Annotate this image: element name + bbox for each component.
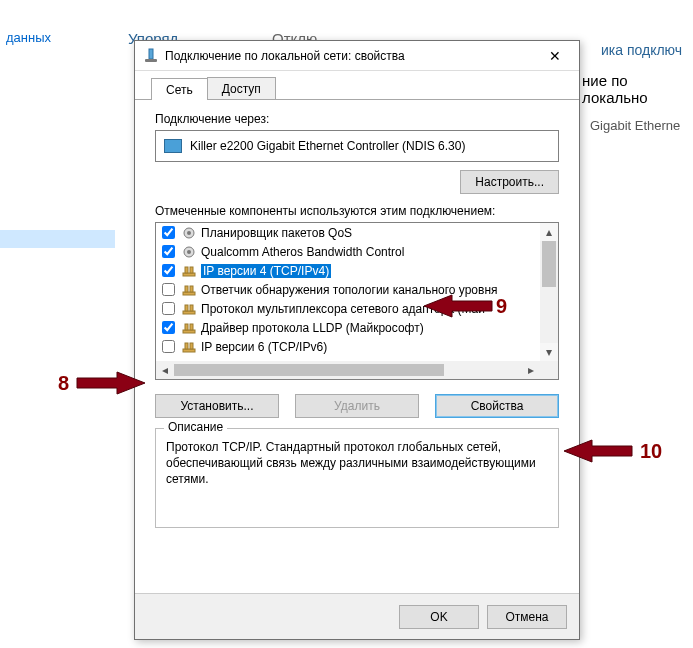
component-label: IP версии 4 (TCP/IPv4): [201, 264, 331, 278]
gear-icon: [181, 245, 197, 259]
description-groupbox: Описание Протокол TCP/IP. Стандартный пр…: [155, 428, 559, 528]
uninstall-button: Удалить: [295, 394, 419, 418]
scroll-down-icon[interactable]: ▾: [540, 343, 558, 361]
protocol-icon: [181, 321, 197, 335]
adapter-box[interactable]: Killer e2200 Gigabit Ethernet Controller…: [155, 130, 559, 162]
svg-rect-19: [185, 343, 188, 349]
list-item[interactable]: Ответчик обнаружения топологии канальног…: [156, 280, 558, 299]
svg-rect-8: [190, 267, 193, 273]
protocol-icon: [181, 340, 197, 354]
connect-through-label: Подключение через:: [155, 112, 559, 126]
bg-link-1: ика подключ: [601, 42, 682, 58]
cancel-button[interactable]: Отмена: [487, 605, 567, 629]
component-checkbox[interactable]: [162, 245, 175, 258]
list-item[interactable]: IP версии 4 (TCP/IPv4): [156, 261, 558, 280]
list-item[interactable]: Протокол мультиплексора сетевого адаптер…: [156, 299, 558, 318]
scroll-up-icon[interactable]: ▴: [540, 223, 558, 241]
bg-selected-row: [0, 230, 115, 248]
vertical-scrollbar[interactable]: ▴ ▾: [540, 223, 558, 361]
components-listbox[interactable]: Планировщик пакетов QoSQualcomm Atheros …: [155, 222, 559, 380]
description-header: Описание: [164, 420, 227, 434]
gear-icon: [181, 226, 197, 240]
component-checkbox[interactable]: [162, 283, 175, 296]
tab-sharing[interactable]: Доступ: [207, 77, 276, 99]
properties-button[interactable]: Свойства: [435, 394, 559, 418]
titlebar: Подключение по локальной сети: свойства …: [135, 41, 579, 71]
svg-point-5: [187, 250, 191, 254]
component-label: Драйвер протокола LLDP (Майкрософт): [201, 321, 424, 335]
protocol-icon: [181, 264, 197, 278]
bg-sidebar-label: данных: [0, 30, 110, 60]
adapter-name: Killer e2200 Gigabit Ethernet Controller…: [190, 139, 465, 153]
configure-button[interactable]: Настроить...: [460, 170, 559, 194]
svg-point-3: [187, 231, 191, 235]
list-item[interactable]: Планировщик пакетов QoS: [156, 223, 558, 242]
svg-rect-10: [185, 286, 188, 292]
scroll-right-icon[interactable]: ▸: [522, 361, 540, 379]
bg-link-2: ние по локально: [582, 72, 693, 106]
ok-button[interactable]: OK: [399, 605, 479, 629]
protocol-icon: [181, 283, 197, 297]
annotation-8-label: 8: [58, 372, 69, 395]
protocol-icon: [181, 302, 197, 316]
svg-rect-7: [185, 267, 188, 273]
tab-network[interactable]: Сеть: [151, 78, 208, 100]
scrollbar-corner: [540, 361, 558, 379]
nic-icon: [164, 139, 182, 153]
scroll-left-icon[interactable]: ◂: [156, 361, 174, 379]
component-label: IP версии 6 (TCP/IPv6): [201, 340, 327, 354]
svg-rect-20: [190, 343, 193, 349]
component-label: Qualcomm Atheros Bandwidth Control: [201, 245, 404, 259]
tabs: Сеть Доступ: [135, 71, 579, 100]
component-label: Протокол мультиплексора сетевого адаптер…: [201, 302, 485, 316]
horizontal-scrollbar[interactable]: ◂ ▸: [156, 361, 558, 379]
svg-rect-17: [190, 324, 193, 330]
component-label: Ответчик обнаружения топологии канальног…: [201, 283, 498, 297]
dialog-buttons: OK Отмена: [135, 593, 579, 639]
svg-rect-0: [149, 49, 153, 59]
component-checkbox[interactable]: [162, 226, 175, 239]
horizontal-scrollbar-thumb[interactable]: [174, 364, 444, 376]
description-text: Протокол TCP/IP. Стандартный протокол гл…: [166, 439, 548, 488]
list-item[interactable]: IP версии 6 (TCP/IPv6): [156, 337, 558, 356]
components-label: Отмеченные компоненты используются этим …: [155, 204, 559, 218]
vertical-scrollbar-thumb[interactable]: [542, 241, 556, 287]
dialog-title: Подключение по локальной сети: свойства: [165, 49, 535, 63]
install-button[interactable]: Установить...: [155, 394, 279, 418]
component-checkbox[interactable]: [162, 264, 175, 277]
annotation-10-label: 10: [640, 440, 662, 463]
component-checkbox[interactable]: [162, 321, 175, 334]
component-checkbox[interactable]: [162, 340, 175, 353]
bg-adapter-frag: Gigabit Etherne: [590, 118, 680, 133]
svg-rect-1: [145, 59, 157, 62]
component-label: Планировщик пакетов QoS: [201, 226, 352, 240]
svg-rect-13: [185, 305, 188, 311]
list-item[interactable]: Qualcomm Atheros Bandwidth Control: [156, 242, 558, 261]
svg-rect-11: [190, 286, 193, 292]
component-checkbox[interactable]: [162, 302, 175, 315]
list-item[interactable]: Драйвер протокола LLDP (Майкрософт): [156, 318, 558, 337]
properties-dialog: Подключение по локальной сети: свойства …: [134, 40, 580, 640]
svg-rect-14: [190, 305, 193, 311]
network-icon: [143, 48, 159, 64]
svg-rect-16: [185, 324, 188, 330]
panel-network: Подключение через: Killer e2200 Gigabit …: [135, 100, 579, 528]
close-button[interactable]: ✕: [535, 42, 575, 70]
